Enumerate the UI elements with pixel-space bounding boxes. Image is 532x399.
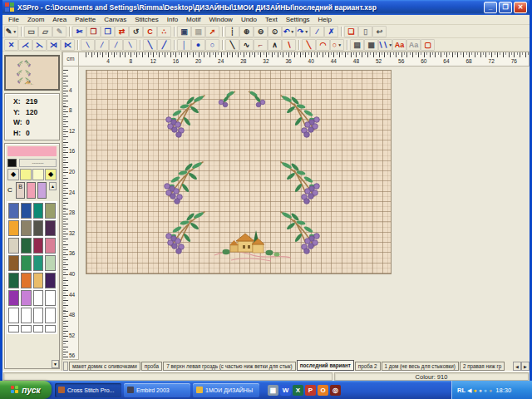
chevron-left-icon[interactable]: ◀	[467, 387, 471, 393]
separator[interactable]: ▼	[296, 39, 302, 51]
paste-button[interactable]: ❒ ▼	[101, 26, 115, 37]
menu-item[interactable]: Info	[163, 16, 182, 23]
palette-swatch[interactable]	[21, 290, 32, 306]
pale-yellow-swatch[interactable]	[32, 169, 44, 180]
palette-swatch[interactable]	[45, 220, 56, 236]
app-orange-icon[interactable]: O	[318, 385, 328, 396]
vertical-stitch-button[interactable]: │ ▼	[177, 39, 191, 51]
quarter-stitch-sw-button[interactable]: ╱ ▼	[109, 39, 123, 51]
three-quarter-cross-4-button[interactable]: ⋉ ▼	[61, 39, 75, 51]
palette-swatch[interactable]	[21, 325, 32, 332]
french-knot-button[interactable]: ● ▼	[191, 39, 205, 51]
cut-button[interactable]: ✄ ▼	[72, 26, 86, 37]
palette-swatch[interactable]	[45, 255, 56, 271]
minimize-button[interactable]: _	[484, 2, 497, 13]
separator[interactable]: ▼	[18, 26, 24, 37]
app-darkred-icon[interactable]: ◎	[330, 385, 341, 396]
half-stitch-back-button[interactable]: ╲ ▼	[143, 39, 157, 51]
menu-item[interactable]: Zoom	[23, 16, 48, 23]
palette-swatch[interactable]	[33, 255, 44, 271]
copy-button[interactable]: ❐ ▼	[86, 26, 101, 37]
palette-swatch[interactable]	[45, 290, 56, 306]
palette-swatch[interactable]	[27, 182, 36, 199]
delete-stitch-button[interactable]: ✗ ▼	[324, 26, 338, 37]
stitch-grid[interactable]	[86, 70, 392, 274]
separator[interactable]: ▼	[137, 39, 143, 51]
design-tab[interactable]: 7 верхн левая гроздь (с частью ниж ветки…	[163, 362, 296, 371]
quarter-stitch-se-button[interactable]: ╲ ▼	[123, 39, 137, 51]
corner-backstitch-button[interactable]: ⌐ ▼	[254, 39, 268, 51]
fabric-b-swatch[interactable]: B	[16, 182, 25, 199]
menu-item[interactable]: Area	[48, 16, 71, 23]
palette-swatch[interactable]	[33, 238, 44, 254]
palette-swatch[interactable]	[45, 308, 56, 323]
word-icon[interactable]: W	[280, 385, 291, 396]
palette-swatch[interactable]	[8, 308, 19, 323]
print-button[interactable]: ▤ ▼	[191, 26, 205, 37]
menu-item[interactable]: Window	[204, 16, 236, 23]
design-tab[interactable]: 1 дом (не весь для стыковки)	[382, 362, 459, 371]
current-color-swatch[interactable]	[7, 159, 17, 167]
menu-item[interactable]: Stitches	[131, 16, 162, 23]
design-tab[interactable]: 2 правая ниж гр	[460, 362, 505, 371]
close-button[interactable]: ✕	[514, 2, 527, 13]
excel-icon[interactable]: X	[293, 385, 303, 396]
arc-stitch-button[interactable]: ◠ ▼	[316, 39, 330, 51]
tab-home-button[interactable]	[63, 362, 68, 371]
design-tab[interactable]: последний вариант	[297, 360, 354, 371]
dotted-line-button[interactable]: ┊ ▼	[225, 26, 239, 37]
palette-swatch[interactable]	[33, 220, 44, 236]
tab-scroll-right-button[interactable]: ▶	[521, 362, 530, 371]
pattern-dots-button[interactable]: ∴ ▼	[157, 26, 171, 37]
palette-swatch[interactable]	[8, 273, 19, 288]
curve-backstitch-button[interactable]: ∿ ▼	[239, 39, 254, 51]
mirror-button[interactable]: ⇄ ▼	[115, 26, 129, 37]
yellow-selected-swatch[interactable]	[20, 169, 32, 180]
palette-swatch[interactable]	[21, 220, 32, 236]
palette-swatch[interactable]	[33, 290, 44, 306]
palette-swatch[interactable]	[45, 203, 56, 219]
revert-button[interactable]: ↩ ▼	[372, 26, 387, 37]
pattern-fill-button[interactable]: ▦ ▼	[364, 39, 378, 51]
menu-item[interactable]: Canvas	[100, 16, 131, 23]
palette-swatch[interactable]	[45, 273, 56, 288]
palette-swatch[interactable]	[33, 273, 44, 288]
task-button[interactable]: Embird 2003	[124, 383, 190, 397]
backstitch-red-button[interactable]: ∖ ▼	[282, 39, 296, 51]
app-red-icon[interactable]: P	[305, 385, 316, 396]
palette-swatch[interactable]	[45, 325, 56, 332]
palette-swatch[interactable]	[33, 325, 44, 332]
separator[interactable]: ▼	[75, 39, 81, 51]
undo-button[interactable]: ↶ ▼	[282, 26, 296, 37]
menu-item[interactable]: Undo	[237, 16, 261, 23]
menu-item[interactable]: File	[4, 16, 23, 23]
task-button[interactable]: 1МОИ ДИЗАЙНЫ	[193, 383, 259, 397]
marquee-button[interactable]: ▢ ▼	[421, 39, 435, 51]
circle-stitch-button[interactable]: ○ ▼	[330, 39, 344, 51]
poly-select-button[interactable]: ▱ ▼	[38, 26, 52, 37]
text-tool-alt-button[interactable]: Aa ▼	[406, 39, 421, 51]
edit-select-button[interactable]: ✎ ▼	[52, 26, 66, 37]
separator[interactable]: ▼	[338, 26, 344, 37]
half-stitch-forward-button[interactable]: ╱ ▼	[157, 39, 171, 51]
palette-scroll-up-button[interactable]: ▲	[49, 182, 57, 190]
rotate-left-button[interactable]: ↺ ▼	[129, 26, 143, 37]
palette-swatch[interactable]	[8, 290, 19, 306]
draw-tool-button[interactable]: ✎ ▼	[4, 26, 18, 37]
design-tab[interactable]: проба 2	[355, 362, 381, 371]
palette-swatch[interactable]	[8, 238, 19, 254]
menu-item[interactable]: Settings	[282, 16, 314, 23]
menu-item[interactable]: Palette	[71, 16, 100, 23]
separator[interactable]: ▼	[171, 39, 177, 51]
task-button[interactable]: Cross Stitch Pro...	[55, 383, 121, 397]
three-quarter-cross-2-button[interactable]: ⋋ ▼	[32, 39, 47, 51]
three-quarter-cross-3-button[interactable]: ⋊ ▼	[47, 39, 61, 51]
palette-swatch[interactable]	[21, 203, 32, 219]
palette-swatch[interactable]	[21, 238, 32, 254]
start-button[interactable]: пуск	[0, 381, 52, 399]
restore-button[interactable]: ❐	[499, 2, 512, 13]
separator[interactable]: ▼	[344, 39, 350, 51]
palette-scroll-down-button[interactable]: ▼	[52, 360, 59, 368]
zoom-out-button[interactable]: ⊖ ▼	[254, 26, 268, 37]
design-tab[interactable]: макет домик с оливочками	[69, 362, 140, 371]
